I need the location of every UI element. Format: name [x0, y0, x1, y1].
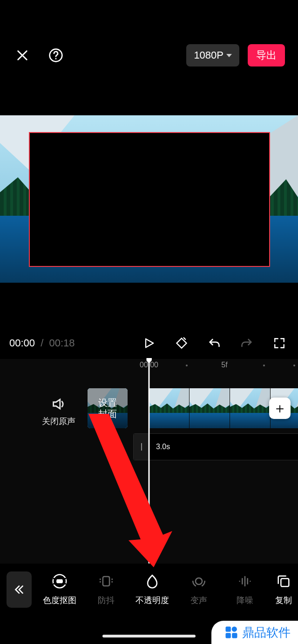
tool-noise-reduce[interactable]: 降噪: [225, 573, 264, 606]
tool-voice-change[interactable]: 变声: [179, 573, 218, 606]
watermark-text: 鼎品软件: [242, 624, 291, 641]
ruler-dot: [263, 365, 265, 366]
svg-rect-14: [232, 633, 237, 638]
voice-change-icon: [191, 573, 207, 589]
header-bar: 1080P 导出: [0, 44, 298, 66]
watermark-icon: [224, 625, 238, 639]
svg-point-1: [55, 58, 57, 60]
keyframe-button[interactable]: [172, 334, 191, 352]
pip-duration-label: 3.0s: [156, 443, 170, 451]
opacity-icon: [144, 573, 160, 589]
add-clip-button[interactable]: ＋: [269, 398, 291, 419]
duration-time: 00:18: [49, 337, 74, 349]
caret-down-icon: [226, 54, 232, 57]
noise-reduce-icon: [237, 573, 253, 589]
undo-button[interactable]: [205, 334, 224, 352]
tool-copy[interactable]: 复制: [272, 573, 295, 606]
pip-selection-frame[interactable]: [29, 132, 270, 267]
chroma-key-icon: [52, 573, 68, 589]
tool-label: 复制: [275, 595, 292, 606]
watermark-badge: 鼎品软件: [211, 621, 298, 644]
mute-original-sound[interactable]: 关闭原声: [42, 396, 75, 427]
svg-rect-10: [281, 578, 289, 586]
stabilize-icon: [98, 573, 114, 589]
resolution-label: 1080P: [194, 49, 224, 61]
set-cover-button[interactable]: 设置 封面: [88, 388, 128, 428]
close-button[interactable]: [13, 46, 32, 65]
svg-point-12: [232, 627, 237, 632]
timeline-panel[interactable]: 00:00 5f 关闭原声 设置 封面 ＋: [0, 359, 298, 564]
playhead[interactable]: [149, 359, 150, 564]
export-button[interactable]: 导出: [248, 44, 285, 66]
tool-label: 不透明度: [135, 595, 169, 606]
pip-clip-track[interactable]: 3.0s: [133, 433, 298, 460]
export-label: 导出: [256, 48, 277, 62]
svg-rect-6: [53, 578, 66, 579]
svg-rect-11: [226, 627, 231, 632]
ruler-tick-5f: 5f: [221, 361, 227, 369]
speaker-icon: [51, 396, 67, 412]
current-time: 00:00: [9, 337, 35, 349]
fullscreen-button[interactable]: [270, 334, 289, 352]
pip-left-handle[interactable]: [134, 434, 149, 460]
tool-label: 色度抠图: [43, 595, 76, 606]
cover-label: 设置 封面: [98, 397, 117, 419]
redo-button[interactable]: [237, 334, 256, 352]
tool-label: 防抖: [98, 595, 115, 606]
time-separator: /: [41, 337, 43, 349]
toolbar-back-button[interactable]: [7, 571, 32, 608]
clip-thumb[interactable]: [149, 388, 189, 428]
play-button[interactable]: [140, 334, 158, 352]
svg-rect-2: [141, 443, 142, 451]
home-indicator[interactable]: [102, 635, 196, 637]
tool-label: 降噪: [237, 595, 253, 606]
preview-viewport[interactable]: [0, 115, 298, 283]
svg-rect-7: [53, 583, 66, 584]
tool-opacity[interactable]: 不透明度: [133, 573, 172, 606]
plus-icon: ＋: [273, 399, 287, 418]
tool-chroma-key[interactable]: 色度抠图: [40, 573, 79, 606]
svg-point-9: [196, 578, 202, 584]
clip-thumb[interactable]: [190, 388, 230, 428]
mute-label: 关闭原声: [42, 417, 75, 426]
resolution-button[interactable]: 1080P: [186, 44, 239, 66]
ruler-dot: [186, 365, 188, 366]
tool-label: 变声: [190, 595, 207, 606]
clip-thumb[interactable]: [230, 388, 270, 428]
bottom-toolbar: 色度抠图 防抖 不透明度 变声 降噪 复制: [0, 564, 298, 615]
time-display: 00:00 / 00:18: [9, 337, 75, 349]
svg-rect-8: [103, 577, 109, 586]
chevrons-left-icon: [13, 584, 25, 596]
ruler-dot: [293, 365, 295, 366]
transport-bar: 00:00 / 00:18: [0, 331, 298, 355]
help-button[interactable]: [47, 46, 65, 65]
copy-icon: [276, 573, 291, 589]
svg-rect-13: [226, 633, 231, 638]
tool-stabilize[interactable]: 防抖: [87, 573, 126, 606]
